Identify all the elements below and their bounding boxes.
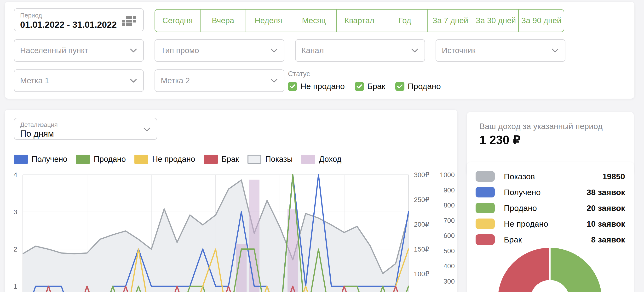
svg-text:3: 3 bbox=[14, 208, 17, 216]
range-button-7days[interactable]: За 7 дней bbox=[428, 9, 473, 31]
income-value: 1 230 ₽ bbox=[480, 133, 520, 147]
range-button-90days[interactable]: За 90 дней bbox=[518, 9, 564, 31]
chevron-down-icon bbox=[270, 48, 278, 53]
select-promo-type[interactable]: Тип промо bbox=[154, 39, 284, 62]
checkbox-not-sold[interactable]: Не продано bbox=[288, 82, 345, 91]
svg-text:2: 2 bbox=[14, 246, 17, 253]
income-title: Ваш доход за указанный период bbox=[480, 122, 602, 131]
quick-range-group: Сегодня Вчера Неделя Месяц Квартал Год З… bbox=[154, 9, 564, 32]
combo-chart: 4321300₽250₽200₽150₽100₽1000900800700600… bbox=[5, 110, 457, 292]
select-channel[interactable]: Канал bbox=[295, 39, 425, 62]
svg-text:100₽: 100₽ bbox=[414, 270, 429, 278]
donut-hole bbox=[530, 280, 570, 292]
svg-text:150₽: 150₽ bbox=[414, 246, 429, 253]
stat-row-defect: Брак 8 заявок bbox=[476, 232, 625, 248]
stat-row-sold: Продано 20 заявок bbox=[476, 200, 625, 216]
svg-text:900: 900 bbox=[444, 186, 455, 194]
stat-row-not-sold: Не продано 10 заявок bbox=[476, 216, 625, 232]
range-button-today[interactable]: Сегодня bbox=[155, 9, 200, 31]
range-button-year[interactable]: Год bbox=[382, 9, 428, 31]
range-button-week[interactable]: Неделя bbox=[246, 9, 291, 31]
svg-text:300: 300 bbox=[444, 278, 455, 285]
svg-text:600: 600 bbox=[444, 232, 455, 239]
select-promo-type-text: Тип промо bbox=[161, 46, 199, 55]
select-tag2-text: Метка 2 bbox=[161, 76, 190, 85]
checkbox-defect[interactable]: Брак bbox=[355, 82, 385, 91]
svg-text:1000: 1000 bbox=[440, 171, 455, 179]
chart-card: Детализация По дням Получено Продано Не … bbox=[5, 110, 457, 292]
range-button-30days[interactable]: За 30 дней bbox=[473, 9, 518, 31]
svg-text:800: 800 bbox=[444, 202, 455, 209]
stats-card: Показов 19850 Получено 38 заявок Продано… bbox=[467, 162, 634, 292]
svg-text:500: 500 bbox=[444, 247, 455, 255]
status-label: Статус bbox=[288, 70, 441, 78]
select-tag1[interactable]: Метка 1 bbox=[14, 69, 144, 92]
checkbox-not-sold-label: Не продано bbox=[300, 82, 345, 91]
stat-pill-received bbox=[476, 187, 495, 198]
select-source-text: Источник bbox=[442, 46, 476, 55]
checkbox-checked-icon bbox=[395, 82, 404, 91]
svg-text:700: 700 bbox=[444, 217, 455, 224]
checkbox-sold-label: Продано bbox=[408, 82, 441, 91]
checkbox-sold[interactable]: Продано bbox=[395, 82, 441, 91]
checkbox-defect-label: Брак bbox=[367, 82, 385, 91]
period-label: Период bbox=[20, 12, 42, 19]
chevron-down-icon bbox=[130, 48, 137, 53]
stat-pill-sold bbox=[476, 203, 495, 213]
stat-pill-defect bbox=[476, 234, 495, 245]
svg-text:200₽: 200₽ bbox=[414, 221, 429, 228]
period-range-input[interactable]: Период 01.01.2022 - 31.01.2022 bbox=[14, 8, 144, 31]
stat-row-impressions: Показов 19850 bbox=[476, 169, 625, 184]
select-source[interactable]: Источник bbox=[436, 39, 566, 62]
svg-text:300₽: 300₽ bbox=[414, 171, 429, 179]
select-tag1-text: Метка 1 bbox=[20, 76, 49, 85]
chevron-down-icon bbox=[270, 78, 278, 83]
stat-pill-not-sold bbox=[476, 219, 495, 229]
select-settlement-text: Населенный пункт bbox=[20, 46, 88, 55]
select-channel-text: Канал bbox=[302, 46, 324, 55]
range-button-quarter[interactable]: Квартал bbox=[336, 9, 382, 31]
svg-text:4: 4 bbox=[14, 171, 17, 179]
select-settlement[interactable]: Населенный пункт bbox=[14, 39, 144, 62]
range-button-month[interactable]: Месяц bbox=[291, 9, 336, 31]
range-button-yesterday[interactable]: Вчера bbox=[200, 9, 246, 31]
svg-text:400: 400 bbox=[444, 262, 455, 270]
svg-text:250₽: 250₽ bbox=[414, 196, 429, 203]
status-filter: Статус Не продано Брак Продано bbox=[288, 70, 441, 91]
period-value: 01.01.2022 - 31.01.2022 bbox=[20, 20, 117, 30]
calendar-icon[interactable] bbox=[122, 16, 137, 26]
checkbox-checked-icon bbox=[355, 82, 364, 91]
select-tag2[interactable]: Метка 2 bbox=[154, 69, 284, 92]
chevron-down-icon bbox=[411, 48, 418, 53]
stat-pill-impressions bbox=[476, 171, 495, 182]
stats-list: Показов 19850 Получено 38 заявок Продано… bbox=[476, 169, 625, 248]
sold-ratio-donut-chart bbox=[498, 248, 602, 292]
chevron-down-icon bbox=[130, 78, 137, 83]
chevron-down-icon bbox=[552, 48, 559, 53]
filters-card: Период 01.01.2022 - 31.01.2022 Сегодня В… bbox=[5, 2, 634, 99]
checkbox-checked-icon bbox=[288, 82, 297, 91]
svg-text:1: 1 bbox=[14, 283, 17, 290]
dashboard-page: Период 01.01.2022 - 31.01.2022 Сегодня В… bbox=[0, 0, 644, 292]
stat-row-received: Получено 38 заявок bbox=[476, 184, 625, 200]
status-options: Не продано Брак Продано bbox=[288, 82, 441, 91]
